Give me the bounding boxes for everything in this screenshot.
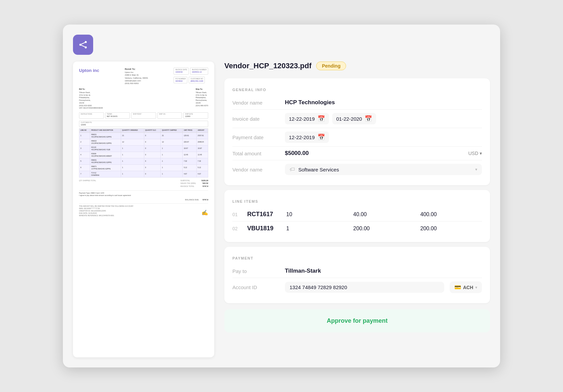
inv-payment-note: Payment Type: AMEX Card: 1234 I agree to…	[79, 190, 208, 197]
line-num-1: 01	[232, 212, 242, 217]
status-badge: Pending	[316, 62, 346, 70]
inv-invoice-num-box: INVOICE NUMBER 1024531-12	[190, 68, 208, 75]
inv-instructions: INSTRUCTIONS	[79, 112, 104, 119]
line-items-label: LINE ITEMS	[232, 199, 482, 203]
line-total-2: 200.00	[420, 226, 482, 232]
inv-company-name: Upton inc	[79, 68, 99, 74]
currency-text: USD	[468, 151, 478, 156]
invoice-date-field2[interactable]: 01-22-2020 📅	[332, 113, 376, 124]
invoice-date-group: 12-22-2019 📅 01-22-2020 📅	[285, 113, 482, 124]
account-id-field[interactable]: 1324 74849 72829 82920	[285, 282, 444, 293]
approve-button[interactable]: Approve for payment	[224, 309, 490, 332]
line-qty-1: 10	[286, 211, 348, 218]
form-title: Vendor_HCP_120323.pdf	[224, 62, 311, 70]
vendor-category-chevron: ▾	[475, 167, 477, 172]
vendor-category-label: Vendor name	[232, 167, 279, 172]
pay-to-value: Tillman-Stark	[285, 268, 482, 274]
app-logo	[73, 35, 93, 55]
line-item-row-2: 02 VBU1819 1 200.00 200.00	[232, 222, 482, 235]
card-icon: 💳	[454, 284, 461, 290]
line-num-2: 02	[232, 226, 242, 231]
inv-line-items-table: LINE NO PRODUCT AND DESCRIPTION QUANTITY…	[79, 128, 208, 177]
inv-remit: Remit To: Upton Inc 2386 E Main St Ventu…	[125, 68, 148, 85]
approve-btn-text: Approve for payment	[327, 317, 387, 324]
form-panel: Vendor_HCP_120323.pdf Pending GENERAL IN…	[224, 62, 490, 357]
calendar-icon-2: 📅	[365, 115, 372, 122]
inv-totals: SUBTOTAL5225.28 SALES TAX (09%)522.52 IN…	[181, 180, 208, 188]
invoice-date-label: Invoice date	[232, 116, 279, 122]
payment-date-row: Payment date 12-22-2019 📅	[232, 128, 482, 147]
line-items-card: LINE ITEMS 01 RCT1617 10 40.00 400.00 02…	[224, 190, 490, 242]
calendar-icon-1: 📅	[317, 115, 325, 122]
pay-to-label: Pay to	[232, 268, 279, 274]
inv-bill-to: Bill To: Tillman-Stark, 3741 N 5th St Ph…	[79, 88, 103, 110]
line-total-1: 400.00	[420, 211, 482, 218]
inv-signature: ✍	[201, 209, 208, 217]
line-item-row-1: 01 RCT1617 10 40.00 400.00	[232, 207, 482, 222]
payment-date-label: Payment date	[232, 134, 279, 140]
inv-ship-to: Ship To: Tillman-Stark, 3741 N 5th St Ph…	[195, 88, 208, 110]
payment-date-text: 12-22-2019	[289, 134, 315, 140]
svg-point-1	[85, 41, 87, 43]
invoice-date-text1: 12-22-2019	[289, 116, 315, 122]
general-info-label: GENERAL INFO	[232, 88, 482, 92]
total-amount-value: $5000.00	[285, 150, 464, 157]
tag-icon: 🏷	[290, 166, 295, 172]
form-header: Vendor_HCP_120323.pdf Pending	[224, 62, 490, 70]
main-content: Upton inc Remit To: Upton Inc 2386 E Mai…	[73, 62, 490, 357]
payment-date-group: 12-22-2019 📅	[285, 131, 482, 143]
calendar-icon-3: 📅	[317, 133, 325, 141]
inv-bank-info: THE AMOUNT WILL BE DEBITED FROM THE FOLL…	[79, 203, 208, 217]
invoice-date-text2: 01-22-2020	[336, 116, 362, 122]
amount-row: $5000.00 USD ▾	[285, 150, 482, 157]
line-code-1: RCT1617	[247, 211, 281, 218]
svg-line-3	[81, 43, 85, 44]
inv-ship-via: SHIP VIA	[157, 112, 182, 119]
invoice-preview: Upton inc Remit To: Upton Inc 2386 E Mai…	[73, 62, 214, 357]
line-qty-2: 1	[286, 226, 348, 232]
vendor-name-row: Vendor name HCP Technologies	[232, 96, 482, 110]
app-container: Upton inc Remit To: Upton Inc 2386 E Mai…	[63, 25, 500, 367]
vendor-category-row: Vendor name 🏷 Software Services ▾	[232, 160, 482, 179]
account-id-row: Account ID 1324 74849 72829 82920 💳 ACH …	[232, 278, 482, 297]
general-info-card: GENERAL INFO Vendor name HCP Technologie…	[224, 78, 490, 185]
currency-select[interactable]: USD ▾	[468, 151, 482, 156]
vendor-name-value: HCP Technologies	[285, 99, 482, 106]
ach-text: ACH	[463, 285, 473, 290]
total-amount-row: Total amount $5000.00 USD ▾	[232, 147, 482, 160]
account-id-label: Account ID	[232, 284, 279, 290]
inv-ship-point: SHIP POINT	[131, 112, 156, 119]
vendor-category-select[interactable]: 🏷 Software Services ▾	[285, 164, 482, 175]
payment-method-select[interactable]: 💳 ACH ▾	[450, 281, 482, 293]
total-amount-label: Total amount	[232, 151, 279, 156]
vendor-category-inner: 🏷 Software Services	[290, 166, 339, 172]
inv-customer-pu: CUSTOMER PU 123/00	[79, 121, 208, 127]
svg-line-4	[81, 45, 85, 47]
line-price-1: 40.00	[353, 211, 415, 218]
inv-invoice-date-box: INVOICE DATE 13/20/16	[174, 68, 189, 75]
svg-point-2	[85, 46, 87, 48]
invoice-date-row: Invoice date 12-22-2019 📅 01-22-2020 📅	[232, 110, 482, 128]
payment-label: PAYMENT	[232, 256, 482, 260]
vendor-category-text: Software Services	[298, 167, 339, 172]
payment-method-chevron: ▾	[475, 285, 477, 290]
line-price-2: 200.00	[353, 226, 415, 232]
account-id-text: 1324 74849 72829 82920	[290, 284, 440, 290]
inv-ship-date: SHIP DATE 123/00	[183, 112, 208, 119]
inv-terms: TERMS NET 40 DAYS	[105, 112, 130, 119]
payment-date-field[interactable]: 12-22-2019 📅	[285, 131, 329, 143]
currency-chevron: ▾	[480, 151, 482, 156]
vendor-name-label: Vendor name	[232, 100, 279, 106]
pay-to-row: Pay to Tillman-Stark	[232, 264, 482, 278]
inv-cust-box: CUSTOMER NO (800) 651-1100	[189, 77, 205, 84]
svg-point-0	[79, 44, 81, 46]
payment-card: PAYMENT Pay to Tillman-Stark Account ID …	[224, 247, 490, 303]
invoice-date-field1[interactable]: 12-22-2019 📅	[285, 113, 329, 124]
line-code-2: VBU1819	[247, 225, 281, 232]
inv-po-box: P.O NUMBER 3234610	[174, 77, 187, 84]
